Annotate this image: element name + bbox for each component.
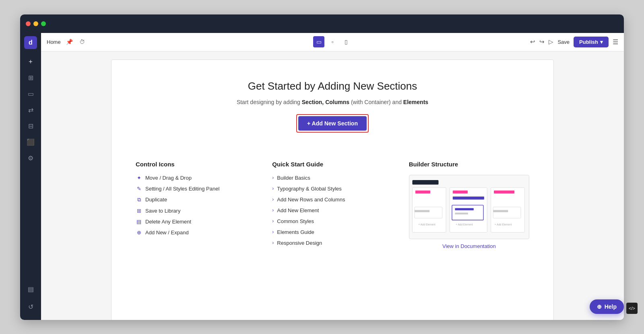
guide-responsive-label: Responsive Design <box>277 240 322 246</box>
builder-structure-img: + Add Element + Add Element + Add Elemen… <box>409 175 529 239</box>
guide-elements-guide-label: Elements Guide <box>277 229 314 235</box>
builder-structure-col: Builder Structure <box>409 161 529 251</box>
control-save-library-label: Save to Library <box>145 208 180 214</box>
guide-item-basics[interactable]: › Builder Basics <box>272 175 392 181</box>
svg-text:+ Add Element: + Add Element <box>418 223 436 226</box>
sidebar-item-transform[interactable]: ⇄ <box>23 103 38 117</box>
hamburger-menu-icon[interactable]: ☰ <box>613 38 618 46</box>
minimize-button[interactable] <box>33 21 38 26</box>
control-duplicate-label: Duplicate <box>145 197 167 203</box>
move-icon: ✦ <box>136 175 142 181</box>
page-title: Get Started by Adding New Sections <box>136 80 529 92</box>
chevron-icon: › <box>272 175 274 180</box>
home-breadcrumb[interactable]: Home <box>47 39 61 45</box>
sidebar-item-docs[interactable]: ▤ <box>23 282 38 297</box>
guide-element-label: Add New Element <box>277 207 319 213</box>
main-layout: d ＋ ⊞ ▭ ⇄ ⊟ ⬛ ⚙ ▤ ↺ Home 📌 ⏱ ▭ <box>20 33 624 320</box>
sidebar-item-media[interactable]: ⬛ <box>23 135 38 150</box>
sidebar-item-settings[interactable]: ⚙ <box>23 151 38 166</box>
chevron-icon: › <box>272 207 274 213</box>
subtitle-text: Start designing by adding Section, Colum… <box>136 99 529 105</box>
chevron-icon: › <box>272 197 274 202</box>
svg-rect-13 <box>493 207 521 218</box>
chevron-icon: › <box>272 186 274 191</box>
svg-text:+ Add Element: + Add Element <box>495 223 512 226</box>
tablet-view-btn[interactable]: ▫ <box>327 36 338 47</box>
control-duplicate: ⧉ Duplicate <box>136 197 256 203</box>
maximize-button[interactable] <box>41 21 46 26</box>
toolbar-center: ▭ ▫ ▯ <box>313 36 352 47</box>
control-delete-label: Delete Any Element <box>145 219 191 225</box>
sidebar-item-layers[interactable]: ⊟ <box>23 119 38 133</box>
help-button[interactable]: ⊕ Help <box>590 299 624 314</box>
control-add-expand-label: Add New / Expand <box>145 229 189 236</box>
sidebar-item-pages[interactable]: ▭ <box>23 87 38 101</box>
guide-rows-label: Add New Rows and Columns <box>277 197 345 203</box>
redo-icon[interactable]: ↪ <box>539 38 545 45</box>
quick-start-title: Quick Start Guide <box>272 161 392 168</box>
control-delete: ▤ Delete Any Element <box>136 219 256 225</box>
control-icons-title: Control Icons <box>136 161 256 168</box>
history-icon[interactable]: ⏱ <box>78 37 86 46</box>
guide-item-elements-guide[interactable]: › Elements Guide <box>272 229 392 235</box>
sidebar-bottom: ▤ ↺ <box>23 282 38 320</box>
chevron-icon: › <box>272 218 274 224</box>
svg-rect-14 <box>493 210 508 212</box>
toolbar-right: ↩ ↪ ▷ Save Publish ▾ ☰ <box>356 37 618 47</box>
control-settings-label: Setting / All Styles Editing Panel <box>145 186 219 192</box>
save-button[interactable]: Save <box>557 39 570 45</box>
svg-rect-0 <box>412 180 438 184</box>
svg-rect-9 <box>415 210 429 212</box>
svg-rect-12 <box>455 212 468 214</box>
close-button[interactable] <box>26 21 31 26</box>
sidebar-item-components[interactable]: ⊞ <box>23 71 38 85</box>
browser-window: d ＋ ⊞ ▭ ⇄ ⊟ ⬛ ⚙ ▤ ↺ Home 📌 ⏱ ▭ <box>20 14 624 320</box>
guide-item-rows[interactable]: › Add New Rows and Columns <box>272 197 392 203</box>
svg-rect-7 <box>452 196 484 199</box>
get-started-section: Get Started by Adding New Sections Start… <box>136 80 529 133</box>
add-expand-icon: ⊕ <box>136 229 142 236</box>
duplicate-icon: ⧉ <box>136 197 142 203</box>
svg-text:+ Add Element: + Add Element <box>456 223 473 226</box>
control-icons-col: Control Icons ✦ Move / Drag & Drop ✎ Set… <box>136 161 256 251</box>
guide-common-label: Common Styles <box>277 218 314 224</box>
svg-rect-5 <box>452 191 467 193</box>
guide-item-element[interactable]: › Add New Element <box>272 207 392 213</box>
chevron-icon: › <box>272 229 274 235</box>
title-bar <box>20 14 624 33</box>
desktop-view-btn[interactable]: ▭ <box>313 36 324 47</box>
code-badge[interactable]: </> <box>626 303 638 314</box>
pin-icon[interactable]: 📌 <box>65 37 74 46</box>
info-grid: Control Icons ✦ Move / Drag & Drop ✎ Set… <box>136 161 529 251</box>
sidebar: d ＋ ⊞ ▭ ⇄ ⊟ ⬛ ⚙ ▤ ↺ <box>20 33 41 320</box>
sidebar-item-undo[interactable]: ↺ <box>23 300 38 314</box>
help-circle-icon: ⊕ <box>597 303 602 310</box>
save-library-icon: ⊞ <box>136 208 142 214</box>
settings-icon: ✎ <box>136 186 142 192</box>
add-new-section-button[interactable]: + Add New Section <box>298 116 367 131</box>
publish-button[interactable]: Publish ▾ <box>574 37 609 47</box>
svg-rect-11 <box>455 208 473 210</box>
svg-rect-8 <box>415 207 442 218</box>
svg-rect-4 <box>415 191 430 193</box>
guide-basics-label: Builder Basics <box>277 175 310 181</box>
mobile-view-btn[interactable]: ▯ <box>341 36 352 47</box>
add-section-btn-highlight: + Add New Section <box>296 114 369 133</box>
guide-item-responsive[interactable]: › Responsive Design <box>272 240 392 246</box>
guide-item-common[interactable]: › Common Styles <box>272 218 392 224</box>
guide-item-typography[interactable]: › Typography & Global Styles <box>272 186 392 192</box>
undo-icon[interactable]: ↩ <box>530 38 535 45</box>
sidebar-item-add[interactable]: ＋ <box>23 55 38 69</box>
builder-structure-svg: + Add Element + Add Element + Add Elemen… <box>409 175 529 239</box>
svg-rect-6 <box>494 191 514 193</box>
view-in-documentation-link[interactable]: View in Documentation <box>409 243 529 249</box>
control-save-library: ⊞ Save to Library <box>136 208 256 214</box>
builder-structure-title: Builder Structure <box>409 161 529 168</box>
control-move: ✦ Move / Drag & Drop <box>136 175 256 181</box>
toolbar-left: Home 📌 ⏱ <box>47 37 309 46</box>
chevron-icon: › <box>272 240 274 246</box>
preview-icon[interactable]: ▷ <box>549 38 553 45</box>
delete-icon: ▤ <box>136 219 142 225</box>
traffic-lights <box>26 21 46 26</box>
sidebar-logo: d <box>24 36 37 49</box>
